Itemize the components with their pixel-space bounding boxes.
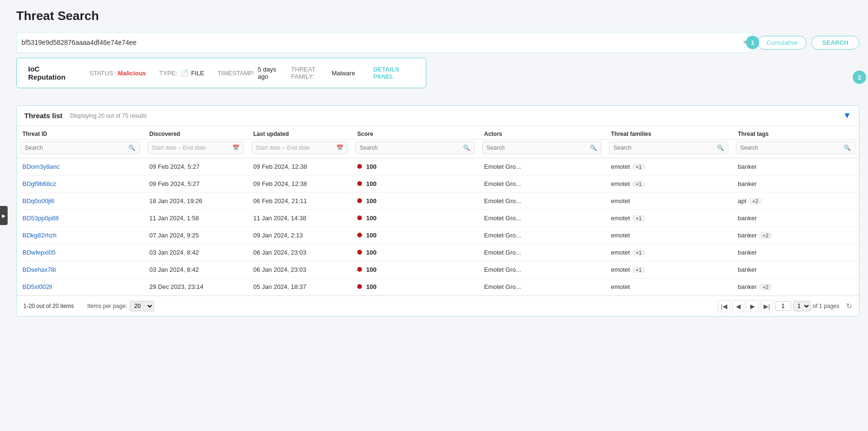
score-value: 100 bbox=[366, 232, 377, 239]
score-dot bbox=[357, 284, 362, 289]
ioc-reputation-card: IoC Reputation STATUS: Malicious TYPE: 📄… bbox=[16, 58, 426, 88]
cumulative-button[interactable]: Cumulative bbox=[757, 36, 806, 50]
families-extra-badge[interactable]: +1 bbox=[632, 181, 646, 187]
score-value: 100 bbox=[366, 197, 377, 205]
last-updated-cell: 06 Jan 2024, 23:03 bbox=[248, 244, 351, 261]
items-per-page-label: Items per page: bbox=[87, 303, 127, 309]
ioc-type-field: TYPE: 📄 FILE bbox=[159, 69, 204, 77]
refresh-icon[interactable]: ↻ bbox=[846, 302, 852, 310]
threat-id-search[interactable]: 🔍 bbox=[21, 142, 140, 154]
score-search[interactable]: 🔍 bbox=[355, 142, 475, 154]
tags-cell: banker bbox=[732, 244, 859, 261]
families-search[interactable]: 🔍 bbox=[609, 142, 728, 154]
tags-extra-badge[interactable]: +2 bbox=[748, 198, 762, 205]
calendar-icon-2[interactable]: 📅 bbox=[336, 144, 343, 151]
last-updated-cell: 06 Feb 2024, 21:11 bbox=[248, 193, 351, 210]
ioc-card-label: IoC Reputation bbox=[28, 65, 72, 81]
threat-id-link[interactable]: BDq0o00jl6 bbox=[22, 197, 54, 205]
score-dot bbox=[357, 164, 362, 169]
families-cell: emotet+1 bbox=[605, 244, 732, 261]
discovered-cell: 03 Jan 2024, 8:42 bbox=[144, 244, 248, 261]
threat-id-link[interactable]: BDsehax78i bbox=[22, 266, 56, 273]
last-updated-cell: 05 Jan 2024, 18:37 bbox=[248, 278, 351, 296]
actors-search[interactable]: 🔍 bbox=[482, 142, 601, 154]
table-filter-row: 🔍 Start date – End date 📅 Start date – E… bbox=[17, 140, 859, 158]
threat-id-link[interactable]: BD5xl002ll bbox=[22, 283, 52, 290]
tags-search-input[interactable] bbox=[740, 144, 842, 151]
pagination-bar: 1-20 out of 20 items Items per page: 20 … bbox=[17, 296, 859, 316]
threat-id-link[interactable]: BD53pp0p88 bbox=[22, 215, 59, 222]
families-extra-badge[interactable]: +1 bbox=[632, 215, 646, 222]
search-icon-score: 🔍 bbox=[463, 144, 470, 151]
families-cell: emotet+1 bbox=[605, 210, 732, 227]
search-icon-families: 🔍 bbox=[717, 144, 724, 151]
page-number-input[interactable] bbox=[775, 301, 791, 311]
score-cell: 100 bbox=[351, 210, 478, 227]
ioc-status-field: STATUS: Malicious bbox=[90, 70, 146, 77]
threat-id-search-input[interactable] bbox=[25, 144, 126, 151]
families-extra-badge[interactable]: +1 bbox=[632, 249, 646, 256]
table-row: BDsehax78i 03 Jan 2024, 8:42 06 Jan 2024… bbox=[17, 261, 859, 278]
table-row: BDgf9b68cz 09 Feb 2024, 5:27 09 Feb 2024… bbox=[17, 175, 859, 193]
families-cell: emotet+1 bbox=[605, 175, 732, 193]
tags-extra-badge[interactable]: +2 bbox=[759, 284, 773, 290]
page-select[interactable]: 1 bbox=[793, 301, 811, 311]
filter-icon[interactable]: ▼ bbox=[843, 111, 851, 121]
actors-cell: Emotet Gro... bbox=[478, 210, 605, 227]
ioc-status-label: STATUS: bbox=[90, 70, 115, 77]
table-row: BDkg82rhzh 07 Jan 2024, 9:25 09 Jan 2024… bbox=[17, 227, 859, 244]
discovered-cell: 09 Feb 2024, 5:27 bbox=[144, 175, 248, 193]
tags-cell: banker bbox=[732, 261, 859, 278]
discovered-cell: 29 Dec 2023, 23:14 bbox=[144, 278, 248, 296]
col-score: Score bbox=[351, 126, 478, 140]
next-page-button[interactable]: ▶ bbox=[746, 300, 759, 312]
threats-list-section: Threats list Displaying 20 out of 75 res… bbox=[16, 105, 859, 317]
score-dot bbox=[357, 198, 362, 203]
items-per-page-select[interactable]: 20 50 100 bbox=[130, 301, 154, 311]
sidebar-toggle[interactable]: ▶ bbox=[0, 206, 8, 225]
score-cell: 100 bbox=[351, 158, 478, 175]
actors-cell: Emotet Gro... bbox=[478, 193, 605, 210]
threat-id-link[interactable]: BDkg82rhzh bbox=[22, 232, 57, 239]
threats-list-title: Threats list bbox=[24, 112, 62, 120]
col-threat-tags: Threat tags bbox=[732, 126, 859, 140]
col-discovered: Discovered bbox=[144, 126, 248, 140]
last-updated-date-placeholder: Start date – End date bbox=[256, 144, 334, 151]
first-page-button[interactable]: |◀ bbox=[718, 300, 730, 312]
threat-id-link[interactable]: BDom3y8anc bbox=[22, 163, 60, 170]
last-updated-date-input[interactable]: Start date – End date 📅 bbox=[251, 142, 348, 154]
col-threat-id: Threat ID bbox=[17, 126, 144, 140]
discovered-cell: 18 Jan 2024, 19:26 bbox=[144, 193, 248, 210]
search-icon-actors: 🔍 bbox=[590, 144, 597, 151]
families-cell: emotet bbox=[605, 278, 732, 296]
threat-id-link[interactable]: BDgf9b68cz bbox=[22, 180, 56, 187]
threat-id-link[interactable]: BDwfepxl05 bbox=[22, 249, 55, 256]
families-search-input[interactable] bbox=[613, 144, 715, 151]
tags-search[interactable]: 🔍 bbox=[736, 142, 855, 154]
ioc-family-value: Malware bbox=[332, 70, 355, 77]
search-button[interactable]: SEARCH bbox=[811, 36, 859, 50]
threats-list-subtitle: Displaying 20 out of 75 results bbox=[70, 113, 147, 119]
page-title: Threat Search bbox=[16, 9, 859, 23]
search-bar-wrap: × bbox=[16, 32, 753, 53]
details-panel-link[interactable]: DETAILS PANEL bbox=[373, 66, 414, 80]
calendar-icon[interactable]: 📅 bbox=[232, 144, 239, 151]
families-extra-badge[interactable]: +1 bbox=[632, 267, 646, 273]
last-page-button[interactable]: ▶| bbox=[761, 300, 773, 312]
table-header-row: Threat ID Discovered Last updated Score … bbox=[17, 126, 859, 140]
ioc-type-value: FILE bbox=[191, 70, 204, 77]
discovered-cell: 11 Jan 2024, 1:58 bbox=[144, 210, 248, 227]
discovered-date-input[interactable]: Start date – End date 📅 bbox=[147, 142, 244, 154]
score-dot bbox=[357, 216, 362, 220]
table-row: BDwfepxl05 03 Jan 2024, 8:42 06 Jan 2024… bbox=[17, 244, 859, 261]
pagination-range: 1-20 out of 20 items bbox=[23, 303, 74, 309]
families-cell: emotet+1 bbox=[605, 261, 732, 278]
tags-extra-badge[interactable]: +2 bbox=[759, 232, 773, 239]
discovered-date-placeholder: Start date – End date bbox=[152, 144, 230, 151]
ioc-timestamp-value: 5 days ago bbox=[258, 66, 278, 80]
score-search-input[interactable] bbox=[360, 144, 461, 151]
actors-search-input[interactable] bbox=[486, 144, 588, 151]
prev-page-button[interactable]: ◀ bbox=[732, 300, 744, 312]
families-extra-badge[interactable]: +1 bbox=[632, 164, 646, 170]
search-input[interactable] bbox=[21, 39, 739, 46]
